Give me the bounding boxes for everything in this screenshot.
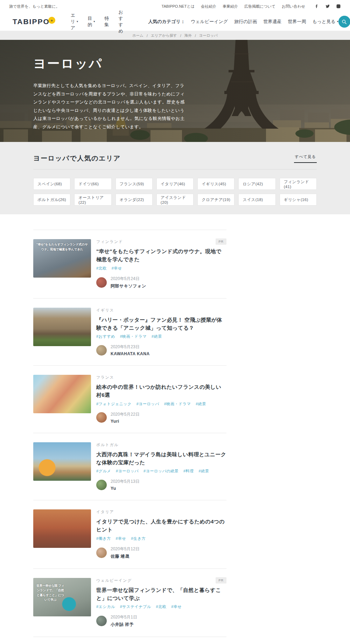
- article-tag[interactable]: #フォトジェニック: [96, 401, 132, 407]
- breadcrumb-item[interactable]: ヨーロッパ: [199, 33, 218, 38]
- article-author[interactable]: Yuri: [111, 419, 140, 424]
- instagram-icon[interactable]: [336, 4, 341, 9]
- article-category[interactable]: フィンランド: [96, 239, 226, 244]
- area-button[interactable]: オランダ(22): [115, 194, 153, 206]
- article-card[interactable]: "幸せ"をもたらすフィンランド式のサウナ。現地で極意を学んできたフィンランドPR…: [33, 230, 226, 298]
- article-category[interactable]: ウェルビーイング: [96, 578, 226, 583]
- article-thumbnail[interactable]: [33, 442, 91, 481]
- avatar[interactable]: [96, 548, 107, 558]
- nav-item[interactable]: エリア▾: [71, 9, 78, 34]
- article-title[interactable]: 『ハリー・ポッター』ファン必見！ 空飛ぶ授業が体験できる「アニック城」って知って…: [96, 316, 226, 332]
- area-button[interactable]: スイス(18): [238, 194, 275, 206]
- article-thumbnail[interactable]: "幸せ"をもたらすフィンランド式のサウナ。現地で極意を学んできた: [33, 239, 91, 278]
- article-tag[interactable]: #グルメ: [96, 468, 111, 474]
- article-tag[interactable]: #ヨーロッパ: [116, 468, 139, 474]
- article-tag[interactable]: #映画・ドラマ: [120, 334, 147, 339]
- topbar-link[interactable]: 広告掲載について: [244, 4, 275, 9]
- article-thumbnail[interactable]: 世界一幸せな国 フィンランドで、「自然と暮らすこと」について学ぶ: [33, 578, 91, 616]
- article-tag[interactable]: #ヨーロッパ: [136, 401, 159, 407]
- area-button[interactable]: イギリス(45): [197, 178, 234, 190]
- breadcrumb-item[interactable]: エリアから探す: [151, 33, 177, 38]
- article-title[interactable]: 大西洋の真珠！マデイラ島は美味しい料理とユニークな体験の宝庫だった: [96, 450, 226, 467]
- nav-item[interactable]: 目的▾: [88, 9, 95, 34]
- article-category[interactable]: イタリア: [96, 509, 226, 515]
- article-tag[interactable]: #北欧: [96, 266, 107, 271]
- category-link[interactable]: もっと見る▾: [312, 19, 338, 25]
- article-thumbnail[interactable]: [33, 509, 91, 548]
- breadcrumb-item[interactable]: 海外: [184, 33, 192, 38]
- category-link[interactable]: ウェルビーイング: [191, 19, 228, 25]
- topbar-link[interactable]: お問い合わせ: [282, 4, 305, 9]
- article-card[interactable]: ポルトガル大西洋の真珠！マデイラ島は美味しい料理とユニークな体験の宝庫だった#グ…: [33, 433, 226, 500]
- category-link[interactable]: 世界一周: [288, 19, 306, 25]
- avatar[interactable]: [96, 277, 107, 288]
- area-button[interactable]: ギリシャ(16): [280, 194, 317, 206]
- area-button[interactable]: イタリア(46): [156, 178, 194, 190]
- article-tag[interactable]: #エシカル: [96, 604, 115, 609]
- article-tag[interactable]: #働き方: [96, 536, 111, 541]
- avatar[interactable]: [96, 412, 107, 423]
- article-tag[interactable]: #サステイナブル: [120, 604, 151, 609]
- article-author[interactable]: 佐藤 靖晟: [111, 553, 140, 559]
- article-author[interactable]: 小井詰 祥予: [111, 622, 137, 628]
- area-button[interactable]: アイスランド(20): [156, 194, 194, 206]
- article-tag[interactable]: #絶景: [199, 468, 209, 474]
- article-title[interactable]: 絵本の中の世界！いつか訪れたいフランスの美しい村6選: [96, 383, 226, 399]
- avatar[interactable]: [96, 616, 107, 626]
- area-button[interactable]: ポルトガル(26): [33, 194, 70, 206]
- article-thumbnail[interactable]: [33, 375, 91, 413]
- article-title[interactable]: イタリアで見つけた、人生を豊かにするための4つのヒント: [96, 517, 226, 534]
- area-button[interactable]: ロシア(42): [238, 178, 275, 190]
- article-category[interactable]: イギリス: [96, 308, 226, 313]
- article-tag[interactable]: #料理: [183, 468, 194, 474]
- article-title[interactable]: "幸せ"をもたらすフィンランド式のサウナ。現地で極意を学んできた: [96, 247, 226, 264]
- category-link[interactable]: 世界遺産: [263, 19, 281, 25]
- area-button[interactable]: クロアチア(19): [197, 194, 234, 206]
- category-link[interactable]: 旅行の計画: [234, 19, 257, 25]
- avatar[interactable]: [96, 345, 107, 356]
- facebook-icon[interactable]: [314, 4, 319, 9]
- article-body: ウェルビーイングPR世界一幸せな国フィンランドで、「自然と暮らすこと」について学…: [96, 578, 226, 628]
- area-button[interactable]: フランス(59): [115, 178, 153, 190]
- topbar-link[interactable]: 会社紹介: [201, 4, 216, 9]
- avatar[interactable]: [96, 480, 107, 490]
- article-thumbnail[interactable]: [33, 308, 91, 346]
- article-card[interactable]: フランス絵本の中の世界！いつか訪れたいフランスの美しい村6選#フォトジェニック#…: [33, 365, 226, 433]
- article-card[interactable]: スペイン「食を楽しむ」とは？今だからこそ伝えたいスペインで学んだ食文化#グルメ#…: [33, 637, 226, 644]
- article-tag[interactable]: #絶景: [152, 334, 162, 339]
- tabippo-logo[interactable]: TABIPPO »: [13, 17, 55, 26]
- article-card[interactable]: イタリアイタリアで見つけた、人生を豊かにするための4つのヒント#働き方#幸せ#生…: [33, 500, 226, 568]
- area-button[interactable]: フィンランド(41): [280, 178, 317, 190]
- article-author[interactable]: KAWAHATA KANA: [111, 351, 150, 356]
- article-category[interactable]: フランス: [96, 375, 226, 380]
- article-tag[interactable]: #絶景: [196, 401, 206, 407]
- breadcrumb-item[interactable]: ホーム: [132, 33, 144, 38]
- article-category[interactable]: ポルトガル: [96, 442, 226, 448]
- article-tag[interactable]: #おすすめ: [96, 334, 115, 339]
- article-tag[interactable]: #ヨーロッパの絶景: [144, 468, 178, 474]
- see-all-link[interactable]: すべて見る: [294, 154, 317, 163]
- article-card[interactable]: 世界一幸せな国 フィンランドで、「自然と暮らすこと」について学ぶウェルビーイング…: [33, 568, 226, 637]
- article-author[interactable]: Yu: [111, 486, 140, 491]
- area-button[interactable]: ドイツ(66): [74, 178, 111, 190]
- area-button[interactable]: オーストリア(22): [74, 194, 111, 206]
- area-button[interactable]: スペイン(68): [33, 178, 70, 190]
- article-author[interactable]: 阿部サキソフォン: [111, 283, 146, 289]
- article-tag[interactable]: #幸せ: [112, 266, 122, 271]
- nav-item[interactable]: 特集: [104, 9, 109, 34]
- article-body: フランス絵本の中の世界！いつか訪れたいフランスの美しい村6選#フォトジェニック#…: [96, 375, 226, 424]
- topbar-link[interactable]: 事業紹介: [223, 4, 238, 9]
- article-card[interactable]: イギリス『ハリー・ポッター』ファン必見！ 空飛ぶ授業が体験できる「アニック城」っ…: [33, 298, 226, 366]
- search-button[interactable]: [338, 16, 350, 28]
- article-tag[interactable]: #幸せ: [171, 604, 182, 609]
- topbar-link[interactable]: TABIPPO.NETとは: [162, 4, 195, 9]
- article-title[interactable]: 世界一幸せな国フィンランドで、「自然と暮らすこと」について学ぶ: [96, 586, 226, 602]
- article-tag[interactable]: #北欧: [156, 604, 167, 609]
- article-tag[interactable]: #生き方: [131, 536, 145, 541]
- article-tag[interactable]: #映画・ドラマ: [164, 401, 191, 407]
- chevron-down-icon: ▾: [77, 20, 78, 23]
- article-date: 2020年5月22日: [111, 412, 140, 417]
- article-tag[interactable]: #幸せ: [115, 536, 126, 541]
- twitter-icon[interactable]: [325, 4, 330, 9]
- nav-item[interactable]: おすすめ: [118, 9, 123, 34]
